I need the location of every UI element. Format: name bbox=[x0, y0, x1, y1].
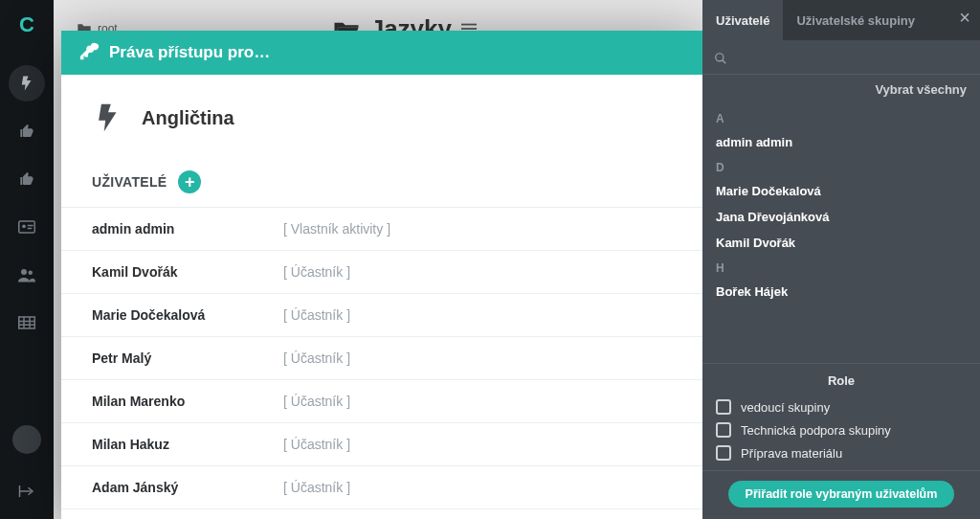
user-role: [ Účastník ] bbox=[283, 307, 350, 323]
add-user-button[interactable]: + bbox=[178, 170, 201, 193]
nav-like-2[interactable] bbox=[9, 161, 45, 197]
user-role: [ Účastník ] bbox=[283, 264, 350, 280]
role-checkbox[interactable] bbox=[716, 445, 731, 461]
user-row[interactable]: admin admin[ Vlastník aktivity ] bbox=[61, 207, 702, 251]
search-input[interactable] bbox=[735, 51, 969, 65]
role-row[interactable]: Technická podpora skupiny bbox=[716, 418, 967, 441]
user-role: [ Účastník ] bbox=[283, 394, 350, 409]
thumb-up-icon bbox=[19, 124, 34, 139]
users-section-header: UŽIVATELÉ + bbox=[61, 147, 702, 203]
roles-section: Role vedoucí skupinyTechnická podpora sk… bbox=[702, 363, 980, 470]
sidepanel-user-item[interactable]: admin admin bbox=[716, 129, 967, 155]
select-all-link[interactable]: Vybrat všechny bbox=[702, 75, 980, 106]
logout-icon bbox=[18, 484, 35, 499]
left-nav: C bbox=[0, 0, 54, 519]
user-name: Marie Dočekalová bbox=[92, 307, 283, 323]
svg-point-16 bbox=[716, 53, 724, 60]
tab-groups[interactable]: Uživatelské skupiny bbox=[783, 0, 928, 40]
roles-title: Role bbox=[716, 373, 967, 388]
access-rights-modal: Práva přístupu pro… Angličtina UŽIVATELÉ… bbox=[61, 31, 702, 519]
user-row[interactable]: Petr Malý[ Účastník ] bbox=[61, 337, 702, 380]
user-role: [ Vlastník aktivity ] bbox=[283, 221, 390, 237]
sidepanel-user-item[interactable]: Marie Dočekalová bbox=[716, 178, 967, 204]
user-row[interactable]: Adam Jánský[ Účastník ] bbox=[61, 466, 702, 509]
user-name: Milan Hakuz bbox=[92, 437, 283, 452]
user-name: admin admin bbox=[92, 221, 283, 237]
svg-point-1 bbox=[22, 224, 26, 228]
nav-activities[interactable] bbox=[9, 65, 45, 102]
list-letter: D bbox=[716, 161, 967, 174]
bolt-icon bbox=[18, 75, 35, 92]
svg-line-17 bbox=[723, 59, 726, 63]
user-name: Milan Marenko bbox=[92, 394, 283, 409]
activity-heading: Angličtina bbox=[61, 102, 702, 147]
role-row[interactable]: vedoucí skupiny bbox=[716, 395, 967, 418]
nav-users[interactable] bbox=[9, 257, 45, 293]
user-row[interactable]: Milan Marenko[ Účastník ] bbox=[61, 380, 702, 423]
svg-point-4 bbox=[21, 269, 27, 275]
svg-point-5 bbox=[29, 271, 33, 276]
svg-rect-3 bbox=[28, 228, 33, 230]
user-row[interactable]: Milan Hakuz[ Účastník ] bbox=[61, 423, 702, 466]
search-icon bbox=[714, 52, 727, 65]
sidepanel-user-item[interactable]: Jana Dřevojánková bbox=[716, 204, 967, 230]
role-row[interactable]: Příprava materiálu bbox=[716, 441, 967, 464]
user-picker-panel: Uživatelé Uživatelské skupiny × Vybrat v… bbox=[702, 0, 980, 519]
svg-rect-6 bbox=[19, 317, 35, 328]
nav-avatar[interactable] bbox=[12, 425, 41, 454]
modal-title: Práva přístupu pro… bbox=[109, 43, 270, 62]
svg-rect-0 bbox=[19, 221, 35, 233]
table-icon bbox=[18, 316, 35, 329]
search-row bbox=[702, 40, 980, 75]
user-role: [ Účastník ] bbox=[283, 480, 350, 495]
sidepanel-user-item[interactable]: Bořek Hájek bbox=[716, 279, 967, 305]
modal-body: Angličtina UŽIVATELÉ + admin admin[ Vlas… bbox=[61, 75, 702, 519]
sidepanel-user-item[interactable]: Kamil Dvořák bbox=[716, 230, 967, 256]
nav-logout[interactable] bbox=[9, 473, 45, 509]
role-checkbox[interactable] bbox=[716, 399, 731, 415]
user-row[interactable]: Kamil Dvořák[ Účastník ] bbox=[61, 251, 702, 294]
id-card-icon bbox=[18, 220, 35, 234]
role-label: Příprava materiálu bbox=[741, 446, 842, 461]
assign-roles-button[interactable]: Přiřadit role vybraným uživatelům bbox=[728, 481, 955, 508]
nav-card[interactable] bbox=[9, 209, 45, 245]
nav-like-1[interactable] bbox=[9, 113, 45, 149]
modal-header: Práva přístupu pro… bbox=[61, 31, 702, 75]
list-letter: A bbox=[716, 112, 967, 125]
sidepanel-user-list: Aadmin adminDMarie DočekalováJana Dřevoj… bbox=[702, 106, 980, 363]
close-button[interactable]: × bbox=[959, 8, 970, 27]
activity-name: Angličtina bbox=[142, 107, 234, 129]
sidepanel-footer: Přiřadit role vybraným uživatelům bbox=[702, 470, 980, 519]
bolt-icon bbox=[92, 102, 124, 134]
role-label: Technická podpora skupiny bbox=[741, 423, 891, 438]
users-icon bbox=[18, 267, 35, 282]
app-logo[interactable]: C bbox=[13, 11, 40, 38]
user-row[interactable]: Marie Dočekalová[ Účastník ] bbox=[61, 294, 702, 337]
user-name: Petr Malý bbox=[92, 350, 283, 366]
user-role: [ Účastník ] bbox=[283, 350, 350, 366]
role-label: vedoucí skupiny bbox=[741, 400, 830, 415]
list-letter: H bbox=[716, 261, 967, 275]
nav-table[interactable] bbox=[9, 305, 45, 341]
thumb-up-icon bbox=[19, 171, 34, 187]
role-checkbox[interactable] bbox=[716, 422, 731, 438]
user-list: admin admin[ Vlastník aktivity ]Kamil Dv… bbox=[61, 203, 702, 509]
svg-rect-2 bbox=[28, 225, 33, 227]
users-section-label: UŽIVATELÉ bbox=[92, 174, 167, 190]
user-role: [ Účastník ] bbox=[283, 437, 350, 452]
user-name: Adam Jánský bbox=[92, 480, 283, 495]
user-name: Kamil Dvořák bbox=[92, 264, 283, 280]
tab-users[interactable]: Uživatelé bbox=[702, 0, 783, 40]
keys-icon bbox=[78, 42, 100, 63]
sidepanel-tabs: Uživatelé Uživatelské skupiny × bbox=[702, 0, 980, 40]
